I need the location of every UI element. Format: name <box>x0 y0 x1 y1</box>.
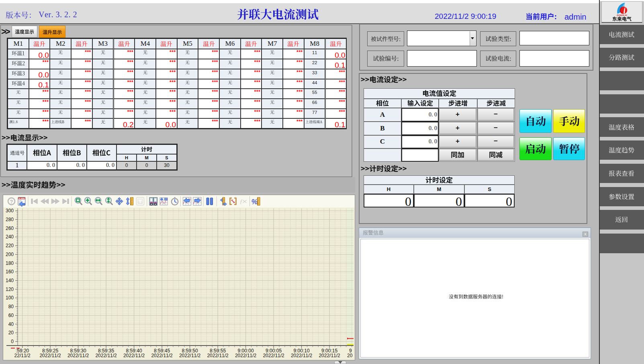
svg-text:40: 40 <box>8 321 14 327</box>
svg-text:2022/11/2: 2022/11/2 <box>291 353 313 358</box>
svg-text:%: % <box>251 198 258 206</box>
svg-text:200: 200 <box>6 252 14 257</box>
svg-text:260: 260 <box>6 226 14 231</box>
svg-text:2022/11/2: 2022/11/2 <box>95 353 117 358</box>
svg-text:ƒ: ƒ <box>240 198 243 205</box>
svg-text:180: 180 <box>6 260 14 266</box>
svg-text:2022/11/2: 2022/11/2 <box>263 353 284 358</box>
svg-text:2022/11/2: 2022/11/2 <box>151 353 173 358</box>
svg-text:0: 0 <box>11 339 14 344</box>
svg-text:1:1: 1:1 <box>138 200 143 204</box>
svg-text:240: 240 <box>6 234 14 240</box>
svg-text:2022/11/2: 2022/11/2 <box>207 353 229 358</box>
svg-text:2022/11/2: 2022/11/2 <box>123 353 145 358</box>
svg-text:80: 80 <box>8 304 14 309</box>
svg-text:120: 120 <box>6 287 14 292</box>
svg-text:100: 100 <box>6 295 14 301</box>
svg-text:DONGLAI: DONGLAI <box>617 14 627 16</box>
svg-text:140: 140 <box>6 278 14 283</box>
svg-text:300: 300 <box>6 208 14 214</box>
svg-text:22/11/2: 22/11/2 <box>14 353 31 358</box>
svg-text:?: ? <box>10 199 13 205</box>
svg-text:280: 280 <box>6 217 14 222</box>
svg-text:2022/11/2: 2022/11/2 <box>319 353 340 358</box>
svg-text:2022/11/2: 2022/11/2 <box>179 353 201 358</box>
svg-text:20: 20 <box>347 353 353 358</box>
svg-text:2022/11/2: 2022/11/2 <box>67 353 89 358</box>
svg-text:160: 160 <box>6 269 14 275</box>
svg-text:220: 220 <box>6 243 14 248</box>
svg-text:20: 20 <box>8 330 14 336</box>
svg-text:2022/11/2: 2022/11/2 <box>235 353 257 358</box>
svg-text:60: 60 <box>8 313 14 318</box>
svg-text:2022/11/2: 2022/11/2 <box>39 353 61 358</box>
